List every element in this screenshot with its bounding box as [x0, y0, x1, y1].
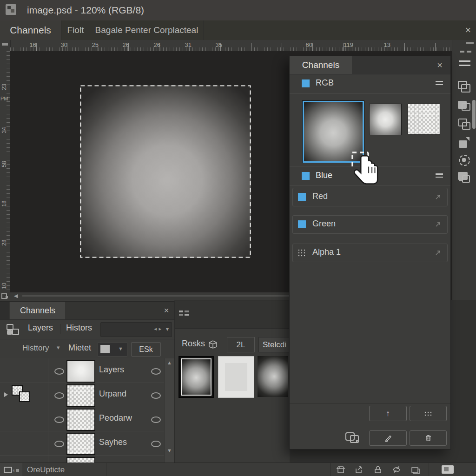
- channel-row-rgb[interactable]: RGB: [290, 74, 450, 94]
- preset-thumbnail-dark[interactable]: [258, 356, 288, 397]
- target-selection-icon[interactable]: [458, 154, 471, 166]
- layer-row[interactable]: Sayhes: [0, 431, 164, 456]
- channels-panel-tab[interactable]: Channels: [290, 56, 352, 74]
- ruler-label: 26: [123, 41, 129, 48]
- ruler-label: 18: [1, 200, 7, 206]
- stack-layers-icon[interactable]: [458, 171, 471, 183]
- visibility-eye-icon[interactable]: [151, 368, 161, 375]
- dropdown-caret-icon: ▼: [118, 346, 123, 351]
- history-search-field[interactable]: ◂ ▸ ▾: [100, 322, 172, 337]
- menu-tab-channels[interactable]: Channels: [0, 20, 61, 40]
- menu-item-bagale-label: Bagale Penter Corplacteal: [95, 25, 198, 35]
- menu-item-bagale[interactable]: Bagale Penter Corplacteal: [90, 20, 204, 40]
- channel-link-arrow-icon: [435, 194, 441, 200]
- expand-arrow-icon[interactable]: [4, 392, 8, 397]
- toolbar-scrollbar-thumb[interactable]: [472, 100, 476, 129]
- layer-row[interactable]: Urpand: [0, 383, 164, 407]
- channel-options-icon[interactable]: [436, 173, 443, 178]
- scrollbar-thumb[interactable]: [22, 295, 292, 297]
- layer-row[interactable]: Peodarw: [0, 407, 164, 431]
- visibility-eye-icon[interactable]: [151, 392, 161, 399]
- ruler-label: 30: [61, 41, 67, 48]
- horizontal-scrollbar[interactable]: ◀: [10, 292, 296, 300]
- select-button-label: Stelcdi: [263, 340, 286, 350]
- spin-left-icon[interactable]: ◂: [154, 326, 157, 332]
- collapse-mark-icon[interactable]: [466, 42, 474, 44]
- layer-thumbnail[interactable]: [66, 433, 95, 455]
- tab-layers[interactable]: Layers: [28, 323, 53, 333]
- panel-menu-icon[interactable]: [459, 60, 470, 69]
- panel-window-icon[interactable]: [410, 465, 421, 475]
- channels-panel-header: Channels ×: [290, 56, 450, 74]
- ruler-label: 31: [185, 41, 192, 48]
- grid-options-button[interactable]: [410, 406, 447, 421]
- channel-row-green[interactable]: Green: [292, 215, 448, 234]
- visibility-eye-icon[interactable]: [54, 416, 64, 423]
- lock-icon[interactable]: [373, 465, 383, 475]
- dropdown-caret-icon[interactable]: ▾: [166, 326, 169, 332]
- visibility-eye-icon[interactable]: [54, 392, 64, 399]
- paste-layer-icon[interactable]: [458, 99, 471, 112]
- history-row: Histtory ▾ Mietet ▼ ESk: [0, 339, 174, 358]
- image-preview-icon[interactable]: [442, 465, 454, 474]
- box-icon[interactable]: [207, 338, 218, 350]
- duplicate-icon[interactable]: [458, 118, 471, 130]
- status-icon-group[interactable]: ₄: [0, 463, 22, 476]
- color-swatch-dropdown[interactable]: ▼: [98, 342, 127, 357]
- preset-thumbnail-light[interactable]: [218, 356, 254, 398]
- sync-rotate-icon[interactable]: [391, 465, 402, 475]
- hand-cursor: [353, 154, 381, 189]
- scroll-up-arrow[interactable]: ▲: [167, 360, 172, 365]
- right-toolbar: [452, 40, 476, 300]
- select-button[interactable]: Stelcdi: [258, 337, 290, 352]
- copy-layers-icon[interactable]: [458, 81, 471, 93]
- delete-trash-button[interactable]: [410, 430, 447, 446]
- scroll-left-arrow[interactable]: ◀: [14, 293, 18, 299]
- value-field[interactable]: 2L: [227, 337, 255, 352]
- channels-panel-close[interactable]: ×: [433, 56, 447, 74]
- channel-swatch: [298, 193, 306, 201]
- preset-thumbnail-selected[interactable]: [178, 356, 214, 398]
- visibility-eye-icon[interactable]: [54, 441, 64, 447]
- ruler-label: 10: [1, 283, 7, 289]
- up-arrow-icon: ↑: [386, 409, 390, 418]
- layer-row[interactable]: Layers: [0, 358, 164, 383]
- channel-options-icon[interactable]: [436, 81, 443, 85]
- history-dropdown[interactable]: Histtory: [22, 344, 49, 353]
- channel-thumbnail-alpha[interactable]: [408, 104, 440, 135]
- layer-row[interactable]: [0, 455, 164, 463]
- left-panel-close[interactable]: ×: [160, 302, 173, 319]
- visibility-eye-icon[interactable]: [151, 441, 161, 447]
- clone-channel-icon[interactable]: [345, 431, 361, 445]
- app-icon: [6, 4, 16, 15]
- visibility-eye-icon[interactable]: [151, 416, 161, 423]
- layer-thumbnail[interactable]: [66, 409, 95, 431]
- esk-button[interactable]: ESk: [131, 342, 161, 357]
- status-bar: ₄ OreUpticte: [0, 463, 476, 476]
- edit-pen-button[interactable]: [369, 430, 407, 446]
- alpha-grid-icon: [298, 249, 306, 257]
- export-box-icon[interactable]: [336, 465, 346, 475]
- layer-thumbnail[interactable]: [66, 360, 95, 383]
- channel-row-alpha[interactable]: Alpha 1: [292, 244, 448, 262]
- left-panel-tab-channels[interactable]: Channels: [10, 302, 65, 319]
- link-squares-icon[interactable]: [7, 324, 19, 334]
- selection-region[interactable]: [80, 85, 251, 258]
- rect-tool-icon: [4, 467, 12, 473]
- grip-icon[interactable]: [179, 311, 194, 316]
- layer-list-scrollbar[interactable]: ▲ ▼: [164, 358, 174, 463]
- tab-histors[interactable]: Histors: [66, 323, 92, 333]
- left-panel-header: Channels ×: [0, 302, 174, 320]
- move-up-button[interactable]: ↑: [369, 406, 407, 421]
- menu-item-fiolt[interactable]: Fiolt: [61, 20, 90, 40]
- layer-thumbnail[interactable]: [66, 384, 95, 407]
- scroll-down-arrow[interactable]: ▼: [167, 448, 172, 453]
- share-arrow-icon[interactable]: [354, 465, 364, 475]
- spin-right-icon[interactable]: ▸: [159, 326, 161, 332]
- move-layer-icon[interactable]: [458, 137, 471, 149]
- title-bar: image.psd - 120% (RGB/8): [0, 0, 476, 21]
- channel-thumbnail-gray[interactable]: [369, 104, 402, 135]
- visibility-eye-icon[interactable]: [54, 368, 64, 375]
- channel-row-red[interactable]: Red: [292, 188, 448, 206]
- menubar-close-button[interactable]: ×: [460, 20, 476, 40]
